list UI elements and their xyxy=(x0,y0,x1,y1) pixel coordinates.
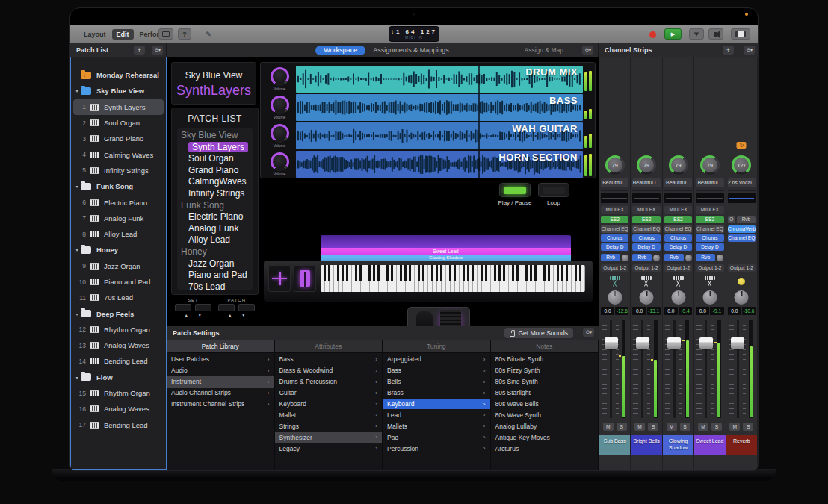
mini-button-o[interactable]: O xyxy=(728,216,735,223)
patch-entry-honey[interactable]: Honey xyxy=(177,246,253,258)
lcd-display[interactable]: ↓1 64 127 MIDI IN xyxy=(389,26,439,42)
fx-slot-channel-eq[interactable]: Channel EQ xyxy=(696,225,723,233)
mode-button-edit[interactable]: Edit xyxy=(112,29,134,40)
assign-map-button[interactable]: Assign & Map xyxy=(525,46,563,54)
sidebar-item-deep-feels[interactable]: ▾Deep Feels xyxy=(73,305,164,321)
patch-entry-synth-layers[interactable]: Synth Layers xyxy=(177,142,253,154)
patch-entry-calmngwaves[interactable]: CalmngWaves xyxy=(177,176,253,188)
volume-fader[interactable] xyxy=(605,337,618,349)
fx-slot-delay-d[interactable]: Delay D xyxy=(696,243,723,251)
library-item-arpeggiated[interactable]: Arpeggiated› xyxy=(383,354,490,365)
strip-level-knob[interactable]: 79 xyxy=(669,155,688,175)
tab-assignments-mappings[interactable]: Assignments & Mappings xyxy=(373,46,449,54)
library-item-instrument-channel-strips[interactable]: Instrument Channel Strips› xyxy=(167,399,274,410)
patch-entry-jazz-organ[interactable]: Jazz Organ xyxy=(177,258,253,270)
solo-button[interactable]: S xyxy=(743,423,753,431)
instrument-slot[interactable]: ES2 xyxy=(632,216,660,223)
patch-entry-70s-lead[interactable]: 70s Lead xyxy=(177,281,253,290)
library-item-antique-key-moves[interactable]: Antique Key Moves xyxy=(491,432,599,443)
instrument-slot[interactable]: ES2 xyxy=(664,216,692,223)
sidebar-item-bending-lead[interactable]: 14Bending Lead xyxy=(73,353,164,369)
midi-fx-slot[interactable]: MIDI FX xyxy=(601,206,628,214)
display-button[interactable] xyxy=(158,28,173,40)
patch-entry-piano-and-pad[interactable]: Piano and Pad xyxy=(177,270,253,281)
library-item-strings[interactable]: Strings› xyxy=(275,420,383,432)
solo-button[interactable]: S xyxy=(680,423,690,431)
volume-fader[interactable] xyxy=(699,337,713,349)
patch-entry-grand-piano[interactable]: Grand Piano xyxy=(177,165,253,177)
mini-button-rvb[interactable]: Rvb xyxy=(737,216,756,223)
patch-entry-analog-funk[interactable]: Analog Funk xyxy=(177,223,253,235)
mute-button[interactable]: M xyxy=(634,423,645,431)
patch-settings-action-menu[interactable]: ⊖▾ xyxy=(583,328,594,337)
strip-name-plate[interactable]: Sub Bass xyxy=(599,435,630,455)
panels-button[interactable] xyxy=(731,28,750,40)
patch-entry-infinity-strings[interactable]: Infinity Strings xyxy=(177,188,253,200)
sidebar-item-soul-organ[interactable]: 2Soul Organ xyxy=(73,115,164,131)
library-item-pad[interactable]: Pad› xyxy=(383,432,490,443)
sidebar-item-monday-rehearsal[interactable]: ♩Monday Rehearsal xyxy=(73,67,164,83)
set-up-button[interactable] xyxy=(175,304,191,311)
output-slot[interactable]: Output 1-2 xyxy=(728,264,756,272)
send-slot-rvb[interactable]: Rvb xyxy=(601,254,620,261)
metronome-button[interactable] xyxy=(689,28,704,40)
output-slot[interactable]: Output 1-2 xyxy=(696,264,723,272)
sidebar-item-sky-blue-view[interactable]: ▾Sky Blue View xyxy=(73,83,164,99)
sidebar-item-funk-song[interactable]: ▾Funk Song xyxy=(73,178,164,194)
library-item-user-patches[interactable]: User Patches› xyxy=(167,354,274,365)
volume-fader[interactable] xyxy=(636,337,649,349)
sidebar-item-rhythm-organ[interactable]: 12Rhythm Organ xyxy=(73,322,164,337)
loop-button[interactable] xyxy=(538,183,569,197)
library-item-80s-bitrate-synth[interactable]: 80s Bitrate Synth xyxy=(491,354,599,365)
sidebar-item-70s-lead[interactable]: 1170s Lead xyxy=(73,290,164,305)
strip-name-plate[interactable]: Reverb xyxy=(726,435,757,455)
output-slot[interactable]: Output 1-2 xyxy=(632,264,660,272)
patch-list-screen-control[interactable]: PATCH LIST Sky Blue ViewSynth LayersSoul… xyxy=(171,108,259,295)
patch-entry-funk-song[interactable]: Funk Song xyxy=(177,200,253,212)
fx-slot-channel-eq[interactable]: Channel EQ xyxy=(664,225,692,233)
fx-slot-delay-d[interactable]: Delay D xyxy=(601,243,628,251)
disclosure-icon[interactable]: ▾ xyxy=(73,375,81,380)
instrument-slot[interactable]: ES2 xyxy=(696,216,723,223)
get-more-sounds-button[interactable]: Get More Sounds xyxy=(504,328,573,338)
library-item-bells[interactable]: Bells› xyxy=(383,376,490,388)
strip-level-knob[interactable]: 127 xyxy=(732,155,751,175)
play-pause-button[interactable] xyxy=(499,183,531,197)
add-patch-button[interactable]: + xyxy=(134,46,145,55)
output-slot[interactable]: Output 1-2 xyxy=(601,264,628,272)
set-down-button[interactable] xyxy=(195,304,211,311)
layer-sweet-lead[interactable]: Sweet Lead xyxy=(321,248,571,255)
sidebar-item-analog-waves[interactable]: 16Analog Waves xyxy=(73,401,164,417)
library-item-mallet[interactable]: Mallet› xyxy=(275,409,383,420)
patch-up-button[interactable] xyxy=(218,304,235,311)
patch-settings-tab-attributes[interactable]: Attributes xyxy=(275,340,383,352)
instrument-slot[interactable]: ES2 xyxy=(601,216,628,223)
library-item-mallets[interactable]: Mallets› xyxy=(383,420,490,432)
volume-fader[interactable] xyxy=(667,337,681,349)
output-slot[interactable]: Output 1-2 xyxy=(664,264,692,272)
fx-slot-chromaverb[interactable]: ChromaVerb xyxy=(728,225,756,233)
track-volume-knob[interactable] xyxy=(271,67,289,86)
library-item-lead[interactable]: Lead› xyxy=(383,409,490,420)
workspace-action-menu[interactable]: ⊖▾ xyxy=(582,46,593,55)
sidebar-item-honey[interactable]: ▾Honey xyxy=(73,242,164,258)
send-knob[interactable] xyxy=(622,255,628,261)
library-item-80s-wave-bells[interactable]: 80s Wave Bells xyxy=(491,399,599,410)
strip-setting-button[interactable]: Beautiful... xyxy=(601,178,628,187)
sidebar-item-grand-piano[interactable]: 3Grand Piano xyxy=(73,131,164,146)
pan-knob[interactable] xyxy=(640,290,654,305)
sidebar-item-analog-waves[interactable]: 13Analog Waves xyxy=(73,337,164,353)
track-volume-knob[interactable] xyxy=(271,152,289,171)
library-item-keyboard[interactable]: Keyboard› xyxy=(383,399,490,410)
library-item-guitar[interactable]: Guitar› xyxy=(275,388,383,399)
mute-button[interactable]: M xyxy=(729,423,740,431)
current-patch-display[interactable]: Sky Blue View SynthLayers xyxy=(171,62,256,105)
library-item-bass[interactable]: Bass› xyxy=(383,365,490,376)
pan-knob[interactable] xyxy=(702,290,717,305)
sidebar-item-piano-and-pad[interactable]: 10Piano and Pad xyxy=(73,274,164,290)
send-knob[interactable] xyxy=(685,255,692,261)
patch-settings-tab-tuning[interactable]: Tuning xyxy=(383,340,491,352)
fx-slot-channel-eq[interactable]: Channel EQ xyxy=(632,225,660,233)
solo-button[interactable]: S xyxy=(711,423,722,431)
send-knob[interactable] xyxy=(653,255,660,261)
